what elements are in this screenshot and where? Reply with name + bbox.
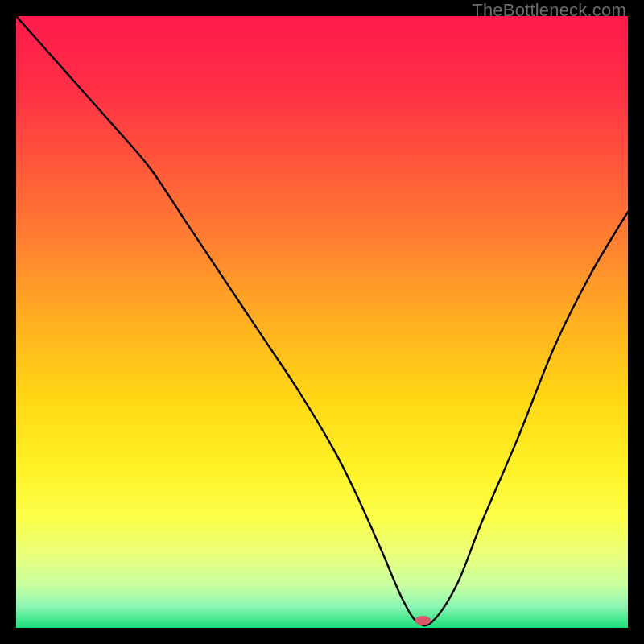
chart-svg	[16, 16, 628, 628]
chart-frame: TheBottleneck.com	[0, 0, 644, 644]
gradient-background	[16, 16, 628, 628]
chart-plot-area	[16, 16, 628, 628]
optimal-point-marker	[415, 616, 431, 625]
